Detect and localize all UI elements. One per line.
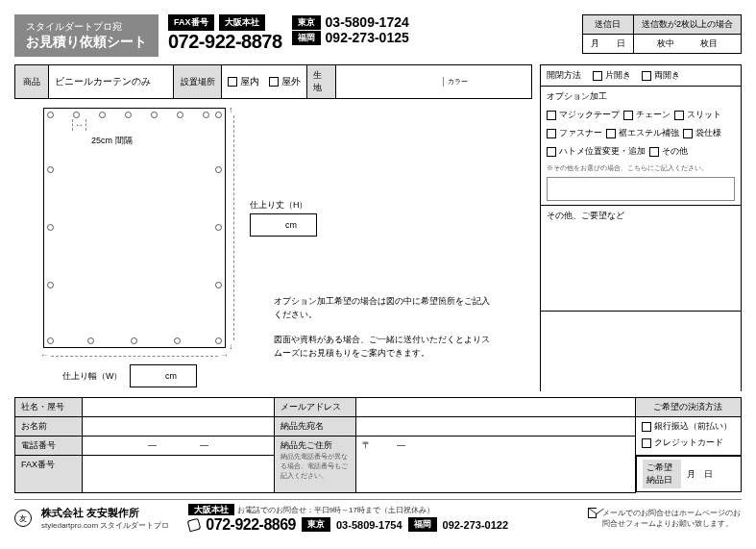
body-row: 商品 ビニールカーテンのみ 設置場所 屋内 屋外 生地 カラー bbox=[14, 64, 742, 391]
tokyo-number: 03-5809-1724 bbox=[326, 14, 409, 30]
pay-card-option[interactable]: クレジットカード bbox=[642, 437, 736, 449]
footer-fukuoka-tel: 092-273-0122 bbox=[443, 519, 509, 531]
ship-addr-label: 納品先ご住所 納品先電話番号が異なる場合、電話番号もご記入ください。 bbox=[275, 437, 356, 493]
mail-icon bbox=[588, 508, 597, 518]
spec-row: 商品 ビニールカーテンのみ 設置場所 屋内 屋外 生地 カラー bbox=[14, 64, 532, 99]
other-requests[interactable]: その他、ご要望など bbox=[541, 206, 741, 312]
deliver-label: ご希望納品日 bbox=[643, 460, 681, 488]
place-label: 設置場所 bbox=[174, 65, 222, 98]
email-input[interactable] bbox=[356, 398, 636, 417]
branch-block: 東京 03-5809-1724 福岡 092-273-0125 bbox=[292, 14, 409, 45]
height-arrow: ↑ ↓ bbox=[231, 108, 238, 348]
color-label: カラー bbox=[443, 77, 468, 87]
fukuoka-number: 092-273-0125 bbox=[326, 30, 409, 45]
ship-addr-input[interactable]: 〒 ― bbox=[356, 437, 636, 493]
height-label: 仕上り丈（H） bbox=[250, 199, 308, 212]
indoor-option[interactable]: 屋内 bbox=[228, 75, 259, 88]
width-label: 仕上り幅（W） bbox=[62, 370, 123, 383]
tel-label: 電話番号 bbox=[15, 437, 83, 456]
company-block: 株式会社 友安製作所 styledartpro.com スタイルダートプロ bbox=[41, 506, 169, 531]
send-table: 送信日 送信数が2枚以上の場合 月 日 枚中 枚目 bbox=[582, 14, 742, 54]
diagram-note2: 図面や資料がある場合、ご一緒に送付いただくとよりスムーズにお見積もりをご案内でき… bbox=[274, 334, 495, 360]
send-date-value[interactable]: 月 日 bbox=[582, 35, 633, 54]
brand-name: styledartpro.com スタイルダートプロ bbox=[41, 520, 169, 531]
pay-options: 銀行振込（前払い） クレジットカード bbox=[635, 417, 742, 456]
footer-contact: 大阪本社 お電話でのお問合せ：平日9時～17時まで（土日祝休み） 072-922… bbox=[188, 504, 508, 534]
send-date-label: 送信日 bbox=[582, 15, 633, 35]
spacing-marker: ↔ bbox=[72, 119, 86, 131]
option-3[interactable]: ファスナー bbox=[547, 127, 602, 139]
deliver-cell[interactable]: ご希望納品日 月 日 bbox=[636, 456, 742, 492]
ship-name-label: 納品先宛名 bbox=[275, 417, 356, 437]
option-0[interactable]: マジックテープ bbox=[547, 109, 620, 121]
tel-input[interactable]: ― ― bbox=[83, 437, 275, 456]
phone-icon bbox=[187, 517, 202, 532]
option-5[interactable]: 袋仕様 bbox=[683, 127, 721, 139]
open-double-option[interactable]: 両開き bbox=[642, 70, 680, 80]
option-4[interactable]: 裾エステル補強 bbox=[606, 127, 679, 139]
multi-value[interactable]: 枚中 枚目 bbox=[633, 35, 741, 54]
logo-icon: 友 bbox=[14, 510, 32, 527]
fax-block: FAX番号 大阪本社 072-922-8878 bbox=[168, 14, 282, 53]
option-6[interactable]: ハトメ位置変更・追加 bbox=[547, 145, 646, 158]
options-notebox[interactable] bbox=[547, 177, 735, 201]
fax-label: FAX番号 bbox=[15, 456, 83, 493]
width-input[interactable]: cm bbox=[130, 364, 197, 387]
diagram-note1: オプション加工希望の場合は図の中に希望箇所をご記入ください。 bbox=[274, 295, 495, 321]
tokyo-badge: 東京 bbox=[292, 15, 321, 30]
pay-bank-option[interactable]: 銀行振込（前払い） bbox=[642, 420, 736, 433]
fabric-input[interactable]: カラー bbox=[336, 65, 531, 98]
options-title: オプション加工 bbox=[547, 90, 735, 103]
footer-osaka-tel: 072-922-8869 bbox=[206, 516, 296, 534]
option-7[interactable]: その他 bbox=[649, 145, 688, 158]
checkbox-icon bbox=[269, 77, 279, 87]
width-arrow: ← → bbox=[43, 353, 226, 361]
open-single-option[interactable]: 片開き bbox=[593, 70, 631, 80]
contact-table: 社名・屋号 メールアドレス ご希望の決済方法 お名前 納品先宛名 銀行振込（前払… bbox=[14, 397, 742, 493]
pay-label: ご希望の決済方法 bbox=[635, 398, 742, 417]
fukuoka-badge: 福岡 bbox=[292, 31, 321, 45]
curtain-diagram: ↔ 25cm 間隔 ↑ ↓ 仕上り丈（H） cm ← → 仕上り幅（W） cm … bbox=[14, 103, 532, 391]
footer-mail: メールでのお問合せはホームページのお問合せフォームよりお願い致します。 bbox=[588, 508, 742, 529]
name-input[interactable] bbox=[83, 417, 275, 437]
option-2[interactable]: スリット bbox=[674, 109, 721, 121]
outdoor-option[interactable]: 屋外 bbox=[269, 75, 301, 88]
title: お見積り依頼シート bbox=[26, 34, 147, 51]
osaka-fax-number: 072-922-8878 bbox=[168, 31, 282, 53]
company-label: 社名・屋号 bbox=[15, 398, 83, 417]
curtain-rect bbox=[43, 108, 226, 348]
company-input[interactable] bbox=[83, 398, 275, 417]
fax-input[interactable] bbox=[83, 456, 275, 493]
product-value: ビニールカーテンのみ bbox=[49, 65, 174, 98]
osaka-badge: 大阪本社 bbox=[219, 14, 265, 31]
multi-label: 送信数が2枚以上の場合 bbox=[633, 15, 741, 35]
spacing-label: 25cm 間隔 bbox=[91, 135, 133, 147]
options-note: ※その他をお選びの場合、こちらにご記入ください。 bbox=[547, 163, 735, 173]
email-label: メールアドレス bbox=[275, 398, 356, 417]
right-column: 開閉方法 片開き 両開き オプション加工 マジックテープチェーンスリットファスナ… bbox=[540, 64, 742, 391]
height-input[interactable]: cm bbox=[250, 213, 317, 237]
header: スタイルダートプロ宛 お見積り依頼シート FAX番号 大阪本社 072-922-… bbox=[14, 14, 742, 57]
open-method: 開閉方法 片開き 両開き bbox=[541, 65, 741, 87]
fax-label-badge: FAX番号 bbox=[168, 14, 214, 31]
name-label: お名前 bbox=[15, 417, 83, 437]
footer-tokyo-tel: 03-5809-1754 bbox=[336, 519, 402, 531]
subtitle: スタイルダートプロ宛 bbox=[26, 20, 147, 34]
ship-name-input[interactable] bbox=[356, 417, 636, 437]
options-section: オプション加工 マジックテープチェーンスリットファスナー裾エステル補強袋仕様ハト… bbox=[541, 87, 741, 206]
checkbox-icon bbox=[228, 77, 237, 87]
fabric-label: 生地 bbox=[307, 65, 336, 98]
title-box: スタイルダートプロ宛 お見積り依頼シート bbox=[14, 14, 159, 57]
company-name: 株式会社 友安製作所 bbox=[41, 506, 169, 520]
product-label: 商品 bbox=[15, 65, 49, 98]
option-1[interactable]: チェーン bbox=[623, 109, 671, 121]
footer: 友 株式会社 友安製作所 styledartpro.com スタイルダートプロ … bbox=[14, 499, 742, 534]
